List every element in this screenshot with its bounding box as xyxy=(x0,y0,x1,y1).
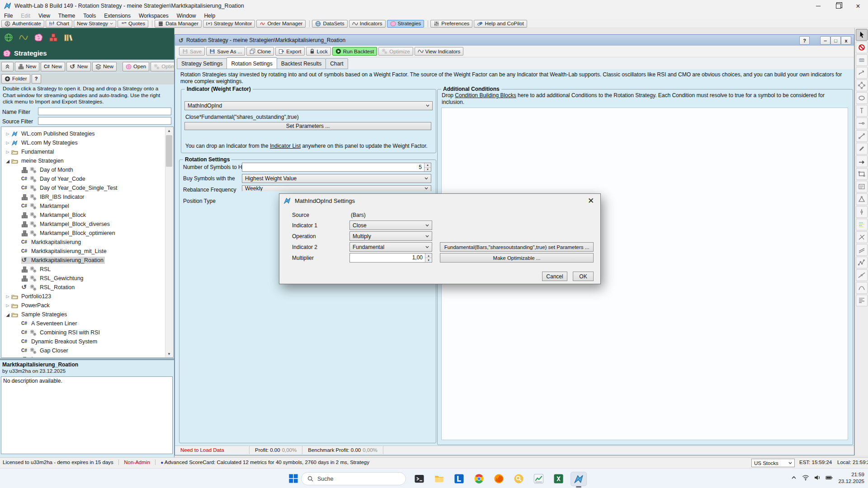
buy-symbols-with-the-select[interactable]: Highest Weight Value xyxy=(242,174,431,183)
tree-item-day-of-year-code[interactable]: C#Day of Year_Code xyxy=(1,174,173,183)
save-as--button[interactable]: Save As ... xyxy=(206,47,245,56)
collapse-all-button[interactable] xyxy=(1,62,14,71)
spin-up-icon[interactable]: ▲ xyxy=(425,163,431,168)
taskbar-firefox-icon[interactable] xyxy=(491,472,506,485)
chart-button[interactable]: Chart xyxy=(46,20,72,28)
export-button[interactable]: Export xyxy=(275,47,304,56)
text-note-tool[interactable] xyxy=(856,181,868,192)
cross-line-tool[interactable] xyxy=(856,231,868,243)
taskbar-wealthlab-icon[interactable] xyxy=(571,472,587,486)
scrollbar-thumb[interactable] xyxy=(166,135,172,167)
taskbar-chrome-icon[interactable] xyxy=(471,472,486,485)
fib-lines-tool[interactable] xyxy=(856,295,868,306)
polygon-tool[interactable] xyxy=(856,80,868,91)
make-optimizable-button[interactable]: Make Optimizable ... xyxy=(440,253,594,263)
taskbar-explorer-icon[interactable] xyxy=(431,472,447,485)
vertical-line-tool[interactable] xyxy=(856,105,868,117)
tree-item-rsl[interactable]: RSL xyxy=(1,265,173,274)
tree-item-gap-closer[interactable]: C#Gap Closer xyxy=(1,346,173,355)
arc-tool[interactable] xyxy=(856,282,868,294)
tab-backtest-results[interactable]: Backtest Results xyxy=(277,58,326,69)
tree-item-fundamental[interactable]: ▷Fundamental xyxy=(1,147,173,156)
tree-scrollbar[interactable]: ▲ ▼ xyxy=(165,127,173,357)
wifi-icon[interactable] xyxy=(802,474,809,481)
order-manager-button[interactable]: Order Manager xyxy=(256,20,306,28)
menu-help[interactable]: Help xyxy=(200,13,219,19)
tree-item-powerpack[interactable]: ▷PowerPack xyxy=(1,301,173,310)
tree-item-marktampel-block[interactable]: Marktampel_Block xyxy=(1,211,173,220)
tree-item-marktampel-block-diverses[interactable]: Marktampel_Block_diverses xyxy=(1,220,173,229)
expand-icon[interactable]: ▷ xyxy=(4,141,11,145)
new-button[interactable]: New xyxy=(15,62,39,71)
pencil-tool[interactable] xyxy=(856,143,868,155)
books-tan-icon[interactable] xyxy=(64,33,73,42)
set-parameters-button[interactable]: Set Parameters ... xyxy=(184,122,431,130)
volume-profile-tool[interactable] xyxy=(856,219,868,230)
datasets-button[interactable]: DataSets xyxy=(312,20,347,28)
no-draw-tool[interactable] xyxy=(856,42,868,53)
menu-extensions[interactable]: Extensions xyxy=(100,13,135,19)
operation-select[interactable]: Multiply xyxy=(349,231,432,241)
spin-down-icon[interactable]: ▼ xyxy=(425,168,431,172)
expand-icon[interactable]: ▷ xyxy=(4,131,11,136)
ellipse-tool[interactable] xyxy=(856,92,868,104)
tab-chart[interactable]: Chart xyxy=(326,58,348,69)
new-button[interactable]: C#New xyxy=(41,62,65,71)
spin-up-icon[interactable]: ▲ xyxy=(425,253,432,258)
tree-item-combining-rsi-with-rsi[interactable]: C#Combining RSI with RSI xyxy=(1,328,173,337)
new-button[interactable]: New xyxy=(92,62,117,71)
new-strategy-button[interactable]: New Strategy xyxy=(74,20,116,28)
indicator1-select[interactable]: Close xyxy=(349,221,432,230)
horizontal-line-tool[interactable] xyxy=(856,117,868,129)
expand-icon[interactable]: ▷ xyxy=(4,303,11,308)
taskbar-terminal-icon[interactable] xyxy=(411,472,427,485)
rectangle-tool[interactable] xyxy=(856,168,868,180)
menu-view[interactable]: View xyxy=(34,13,54,19)
authenticate-button[interactable]: Authenticate xyxy=(1,20,44,28)
tree-item-marktampel[interactable]: C#Marktampel xyxy=(1,202,173,211)
help-and-copilot-button[interactable]: Help and CoPilot xyxy=(474,20,527,28)
doc-help-button[interactable]: ? xyxy=(799,36,810,45)
tree-item-day-of-month[interactable]: Day of Month xyxy=(1,165,173,174)
battery-icon[interactable] xyxy=(826,474,833,481)
chevron-up-icon[interactable] xyxy=(790,474,797,481)
lock-button[interactable]: Lock xyxy=(306,47,331,56)
ok-button[interactable]: OK xyxy=(573,272,594,281)
eraser-tool[interactable] xyxy=(856,54,868,66)
source-filter-input[interactable] xyxy=(38,117,171,125)
clone-button[interactable]: Clone xyxy=(246,47,274,56)
close-button[interactable]: × xyxy=(848,0,868,12)
taskbar-linkedin-icon[interactable] xyxy=(451,472,467,485)
expand-icon[interactable]: ▷ xyxy=(4,150,11,154)
doc-close-button[interactable]: x xyxy=(841,36,851,45)
menu-file[interactable]: File xyxy=(0,13,17,19)
taskbar-clock[interactable]: 21:59 23.12.2025 xyxy=(838,471,864,485)
run-backtest-button[interactable]: Run Backtest xyxy=(332,47,377,56)
price-marker-tool[interactable] xyxy=(856,206,868,218)
cubes-red-icon[interactable] xyxy=(49,33,58,42)
globe-green-icon[interactable] xyxy=(4,33,13,42)
multiplier-spinner[interactable]: 1,00 ▲▼ xyxy=(349,253,432,263)
spin-down-icon[interactable]: ▼ xyxy=(425,258,432,262)
view-indicators-button[interactable]: View Indicators xyxy=(415,47,464,56)
taskbar-chart-app-icon[interactable] xyxy=(531,472,546,485)
tree-item-portfolio123[interactable]: ▷Portfolio123 xyxy=(1,292,173,301)
tree-item-marktkapitalisierung-mit-liste[interactable]: C#Marktkapitalisierung_mit_Liste xyxy=(1,247,173,256)
tree-item-knife-juggler[interactable]: Knife Juggler xyxy=(1,355,173,358)
pointer-tool[interactable] xyxy=(856,29,868,41)
number-of-symbols-to-hold-spinner[interactable]: 5▲▼ xyxy=(242,163,431,172)
start-button[interactable] xyxy=(286,472,301,485)
tab-rotation-settings[interactable]: Rotation Settings xyxy=(226,57,277,69)
tree-item-marktkapitalisierung[interactable]: C#Marktkapitalisierung xyxy=(1,238,173,247)
save-button[interactable]: Save xyxy=(179,47,205,56)
dialog-close-icon[interactable]: ✕ xyxy=(585,195,597,206)
folder-button[interactable]: Folder xyxy=(1,74,30,84)
expand-icon[interactable]: ▷ xyxy=(4,294,11,299)
indicators-button[interactable]: Indicators xyxy=(349,20,386,28)
tree-item-marktkapitalisierung-roation[interactable]: ↺Marktkapitalisierung_Roation xyxy=(1,256,173,265)
menu-theme[interactable]: Theme xyxy=(54,13,79,19)
taskbar-search[interactable]: Suche xyxy=(301,472,406,485)
collapse-icon[interactable]: ◢ xyxy=(4,159,11,164)
minimize-button[interactable] xyxy=(808,0,828,12)
trend-segment-tool[interactable] xyxy=(856,130,868,142)
